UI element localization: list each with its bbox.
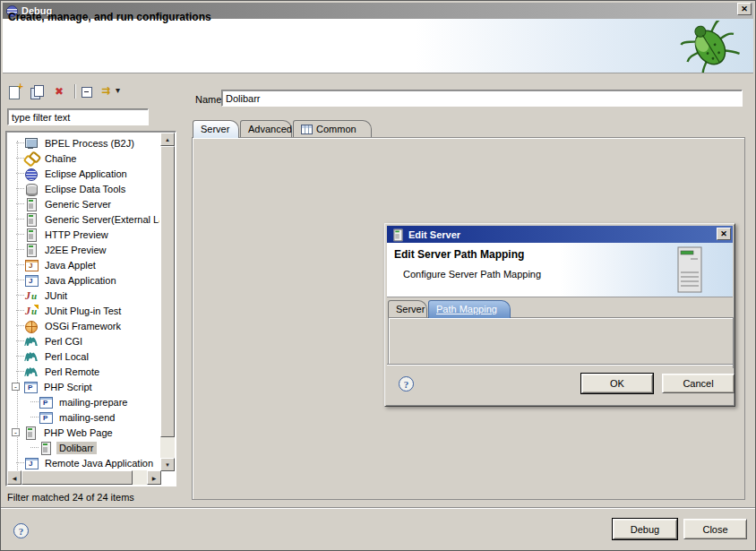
tree-item-label: Perl Local xyxy=(42,350,91,363)
edit-server-titlebar[interactable]: Edit Server xyxy=(387,226,733,243)
php-icon xyxy=(23,381,38,393)
scroll-left-icon[interactable]: ◀ xyxy=(7,470,21,485)
tree-item[interactable]: -PHP Web Page xyxy=(8,425,159,440)
tree-item-label: Eclipse Data Tools xyxy=(42,183,128,195)
scroll-up-icon[interactable]: ▲ xyxy=(160,133,175,146)
dialog-button-bar: ? OK Cancel xyxy=(387,364,733,404)
debug-button[interactable]: Debug xyxy=(613,519,677,539)
window-close-button[interactable]: ✕ xyxy=(737,3,752,15)
config-tree-box: BPEL Process (B2J)ChaîneEclipse Applicat… xyxy=(5,131,176,486)
tree-item-label: Dolibarr xyxy=(56,442,97,454)
remote-java-icon xyxy=(24,457,39,469)
tree-expander-icon[interactable]: - xyxy=(12,428,20,436)
tree-item[interactable]: -PHP Script xyxy=(8,379,159,394)
tree-item[interactable]: OSGi Framework xyxy=(8,318,159,333)
edit-server-title: Edit Server xyxy=(408,229,460,240)
server-icon xyxy=(24,213,39,226)
perl-icon xyxy=(24,366,39,378)
toolbar-separator xyxy=(74,84,75,99)
tab-common[interactable]: Common xyxy=(293,120,372,137)
help-icon[interactable]: ? xyxy=(13,523,29,538)
duplicate-icon xyxy=(30,85,44,98)
new-config-icon xyxy=(7,85,21,98)
server-icon xyxy=(391,228,404,240)
tree-vertical-scrollbar[interactable]: ▲ ▼ xyxy=(160,133,175,471)
tree-item[interactable]: HTTP Preview xyxy=(8,227,159,242)
horizontal-scroll-thumb[interactable] xyxy=(21,470,133,485)
tree-item[interactable]: Generic Server xyxy=(8,196,159,211)
tree-item[interactable]: Perl Remote xyxy=(8,364,159,379)
duplicate-launch-config-button[interactable] xyxy=(29,82,48,100)
tree-item[interactable]: Perl CGI xyxy=(8,333,159,349)
tree-item-label: Java Application xyxy=(42,274,119,287)
eclipse-application-icon xyxy=(24,168,39,180)
scroll-down-icon[interactable]: ▼ xyxy=(160,458,175,471)
tree-item-label: Java Applet xyxy=(42,259,99,271)
dialog-help-icon[interactable]: ? xyxy=(399,376,414,392)
close-button[interactable]: Close xyxy=(683,519,747,539)
php-icon xyxy=(39,411,53,424)
tree-item[interactable]: JUnit xyxy=(8,288,159,303)
tree-item[interactable]: BPEL Process (B2J) xyxy=(8,135,159,151)
tab-server[interactable]: Server xyxy=(193,120,239,138)
tree-item[interactable]: Dolibarr xyxy=(8,440,159,455)
tree-item[interactable]: Chaîne xyxy=(8,151,159,166)
tree-item[interactable]: Remote Java Application xyxy=(8,455,159,469)
new-launch-config-button[interactable] xyxy=(6,82,26,100)
tree-item-label: mailing-send xyxy=(56,411,117,424)
tree-item[interactable]: Eclipse Application xyxy=(8,166,159,181)
scroll-right-icon[interactable]: ▶ xyxy=(147,470,161,485)
tree-item[interactable]: JUnit Plug-in Test xyxy=(8,303,159,318)
tree-item-label: Perl CGI xyxy=(42,335,85,348)
name-input[interactable]: Dolibarr xyxy=(221,90,743,107)
filter-status: Filter matched 24 of 24 items xyxy=(7,492,134,503)
filter-input[interactable]: type filter text xyxy=(7,108,149,125)
tree-item-label: JUnit Plug-in Test xyxy=(42,305,124,317)
collapse-all-button[interactable] xyxy=(79,82,99,100)
server-icon xyxy=(23,426,38,439)
edit-server-subheading: Configure Server Path Mapping xyxy=(403,269,541,280)
osgi-icon xyxy=(24,320,39,332)
tab-advanced[interactable]: Advanced xyxy=(240,120,292,137)
edit-server-dialog: Edit Server ✕ Edit Server Path Mapping C… xyxy=(384,223,735,407)
server-tower-icon xyxy=(677,246,702,293)
footer-separator xyxy=(1,507,756,509)
tree-item-label: BPEL Process (B2J) xyxy=(42,137,137,150)
dialog-tab-path-mapping[interactable]: Path Mapping xyxy=(428,300,511,318)
bpel-process-icon xyxy=(24,137,39,150)
dialog-tab-content xyxy=(388,317,734,368)
tree-item[interactable]: mailing-prepare xyxy=(8,394,159,409)
tree-item-label: PHP Web Page xyxy=(41,426,116,439)
config-tree: BPEL Process (B2J)ChaîneEclipse Applicat… xyxy=(8,135,159,469)
toolbar-menu-button[interactable] xyxy=(116,82,128,100)
tree-item[interactable]: J2EE Preview xyxy=(8,242,159,257)
tree-horizontal-scrollbar[interactable]: ◀ ▶ xyxy=(7,470,161,485)
vertical-scroll-thumb[interactable] xyxy=(160,146,175,437)
tree-item-label: Generic Server xyxy=(42,198,114,211)
tree-item[interactable]: mailing-send xyxy=(8,409,159,425)
tree-item[interactable]: Perl Local xyxy=(8,349,159,364)
ok-button[interactable]: OK xyxy=(581,374,653,393)
tree-item[interactable]: Java Applet xyxy=(8,257,159,272)
tree-item[interactable]: Java Application xyxy=(8,272,159,288)
tree-item-label: OSGi Framework xyxy=(42,320,124,332)
tree-expander-icon[interactable]: - xyxy=(12,383,20,391)
collapse-all-icon xyxy=(80,85,94,98)
tree-item-label: J2EE Preview xyxy=(42,244,108,256)
delete-launch-config-button[interactable] xyxy=(52,82,72,100)
dialog-banner xyxy=(3,19,753,73)
tree-item[interactable]: Eclipse Data Tools xyxy=(8,181,159,196)
chain-icon xyxy=(24,152,39,165)
banner-title: Create, manage, and run configurations xyxy=(8,11,211,23)
edit-server-heading: Edit Server Path Mapping xyxy=(394,248,524,261)
perl-icon xyxy=(24,335,39,348)
dialog-tab-server[interactable]: Server xyxy=(388,300,427,317)
menu-arrow-icon xyxy=(113,85,127,98)
tree-item[interactable]: Generic Server(External La xyxy=(8,211,159,227)
server-icon xyxy=(24,228,39,241)
server-icon xyxy=(39,442,53,454)
perl-icon xyxy=(24,350,39,363)
edit-server-close-button[interactable]: ✕ xyxy=(717,228,731,240)
cancel-button[interactable]: Cancel xyxy=(662,374,735,393)
server-icon xyxy=(24,244,39,256)
